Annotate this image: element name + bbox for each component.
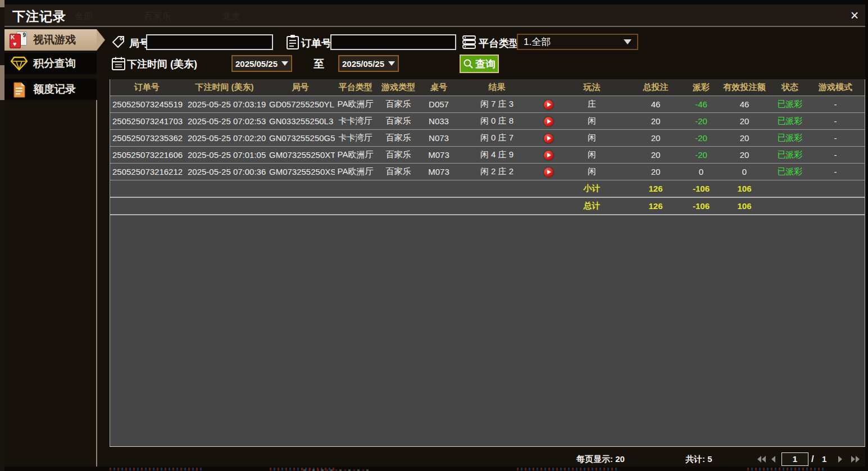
column-header: 玩法	[560, 79, 624, 96]
roadmap-strip-ghost	[110, 468, 204, 470]
table-cell: 250525073241703	[110, 113, 183, 130]
platform-type-label: 平台类型	[479, 37, 519, 50]
table-cell: PA欧洲厅	[335, 96, 376, 113]
table-cell: 20	[715, 130, 774, 147]
last-page-button[interactable]	[851, 455, 861, 465]
date-from-select[interactable]: 2025/05/25	[231, 55, 292, 72]
next-page-button[interactable]	[837, 455, 847, 465]
clipboard-icon	[285, 34, 300, 50]
table-cell: PA欧洲厅	[335, 164, 376, 180]
table-cell: GN073255250G5	[266, 130, 335, 147]
date-to-select[interactable]: 2025/05/25	[338, 55, 399, 72]
table-cell: -20	[687, 130, 715, 147]
table-cell: 已派彩	[774, 113, 806, 130]
table-cell: D057	[421, 96, 457, 113]
table-cell: 已派彩	[774, 164, 806, 180]
subtotal-cell: 126	[624, 180, 687, 198]
subtotal-row: 小计126-106106	[110, 180, 865, 198]
sidebar-item-points-query[interactable]: 积分查询	[4, 53, 97, 74]
table-cell: GD057255250YL	[266, 96, 335, 113]
table-cell: M073	[421, 147, 457, 164]
page-input[interactable]: 1	[781, 452, 808, 466]
subtotal-cell	[774, 180, 806, 198]
column-header: 游戏模式	[806, 79, 865, 96]
replay-cell	[537, 147, 560, 164]
table-row: 2505250732353622025-05-25 07:02:20GN0732…	[110, 130, 865, 147]
playing-cards-icon: 9 K♥	[10, 31, 29, 48]
page-size-label: 每页显示: 20	[576, 454, 625, 465]
lobby-tab-ghost: 龙虎	[222, 11, 240, 22]
table-cell: 闲	[560, 113, 624, 130]
prev-page-button[interactable]	[770, 455, 780, 465]
table-cell: 0	[687, 164, 715, 180]
records-table-panel: 订单号下注时间 (美东)局号平台类型游戏类型桌号结果玩法总投注派彩有效投注额状态…	[110, 79, 865, 447]
query-button[interactable]: 查询	[460, 55, 499, 73]
column-header: 总投注	[624, 79, 687, 96]
table-cell: M073	[421, 164, 457, 180]
spacer-cell	[110, 197, 560, 215]
replay-cell	[537, 96, 560, 113]
table-cell: 20	[624, 164, 687, 180]
platform-list-icon	[462, 35, 476, 49]
grand-total-cell: 126	[624, 197, 687, 215]
table-cell: 20	[715, 113, 774, 130]
bet-records-dialog: 全部 百家乐 龙虎 下注记录 × 9 K♥ 视讯游戏 积分查询	[4, 4, 865, 467]
replay-cell	[537, 164, 560, 180]
dialog-title: 下注记录	[12, 8, 66, 25]
subtotal-cell	[806, 180, 865, 198]
roadmap-strip-ghost	[747, 468, 825, 470]
table-cell: 闲	[560, 130, 624, 147]
chevron-down-icon	[281, 61, 288, 66]
play-video-icon[interactable]	[544, 151, 553, 160]
first-page-button[interactable]	[756, 455, 766, 465]
table-cell: -20	[687, 113, 715, 130]
table-cell: 20	[715, 147, 774, 164]
sidebar-item-label: 积分查询	[33, 56, 76, 71]
grand-total-cell	[806, 197, 865, 215]
platform-type-select[interactable]: 1.全部	[517, 34, 638, 50]
play-video-icon[interactable]	[544, 117, 553, 126]
spacer-cell	[110, 180, 560, 198]
sidebar-item-quota-records[interactable]: 额度记录	[4, 79, 97, 100]
table-cell: 闲 2 庄 2	[457, 164, 537, 180]
grand-total-cell: 总计	[560, 197, 624, 215]
table-cell: 46	[715, 96, 774, 113]
table-row: 2505250732417032025-05-25 07:02:53GN0332…	[110, 113, 865, 130]
play-video-icon[interactable]	[544, 167, 553, 177]
close-icon[interactable]: ×	[846, 7, 863, 24]
table-cell: -	[806, 113, 865, 130]
table-cell: 2025-05-25 07:01:05	[183, 147, 266, 164]
order-number-input[interactable]	[330, 34, 456, 50]
sidebar-item-label: 额度记录	[33, 82, 76, 97]
subtotal-cell: -106	[687, 180, 715, 198]
sidebar-item-video-games[interactable]: 9 K♥ 视讯游戏	[4, 29, 97, 51]
table-row: 2505250732455192025-05-25 07:03:19GD0572…	[110, 96, 865, 113]
column-header: 桌号	[421, 79, 457, 96]
date-to-value: 2025/05/25	[342, 59, 384, 69]
table-cell: 卡卡湾厅	[335, 130, 376, 147]
column-header: 游戏类型	[376, 79, 421, 96]
table-cell: 已派彩	[774, 147, 806, 164]
table-cell: 百家乐	[376, 164, 421, 180]
tag-icon	[111, 35, 126, 49]
active-tab-arrow	[97, 29, 105, 51]
grand-total-row: 总计126-106106	[110, 197, 865, 215]
dialog-titlebar: 全部 百家乐 龙虎 下注记录 ×	[4, 4, 865, 27]
grand-total-cell: -106	[687, 197, 715, 215]
lobby-edge-highlight	[0, 0, 4, 7]
column-header: 结果	[457, 79, 537, 96]
play-video-icon[interactable]	[544, 134, 553, 143]
table-cell: 2025-05-25 07:02:20	[183, 130, 266, 147]
table-cell: PA欧洲厅	[335, 147, 376, 164]
subtotal-cell: 106	[715, 180, 774, 198]
table-cell: 闲	[560, 147, 624, 164]
table-cell: GN033255250L3	[266, 113, 335, 130]
calendar-icon	[111, 56, 126, 71]
table-cell: 闲 7 庄 3	[457, 96, 537, 113]
round-number-input[interactable]	[146, 34, 273, 50]
table-cell: -	[806, 147, 865, 164]
play-video-icon[interactable]	[544, 100, 553, 110]
order-number-label: 订单号	[301, 37, 331, 50]
lobby-edge-highlight	[0, 65, 4, 100]
table-cell: 2025-05-25 07:02:53	[183, 113, 266, 130]
